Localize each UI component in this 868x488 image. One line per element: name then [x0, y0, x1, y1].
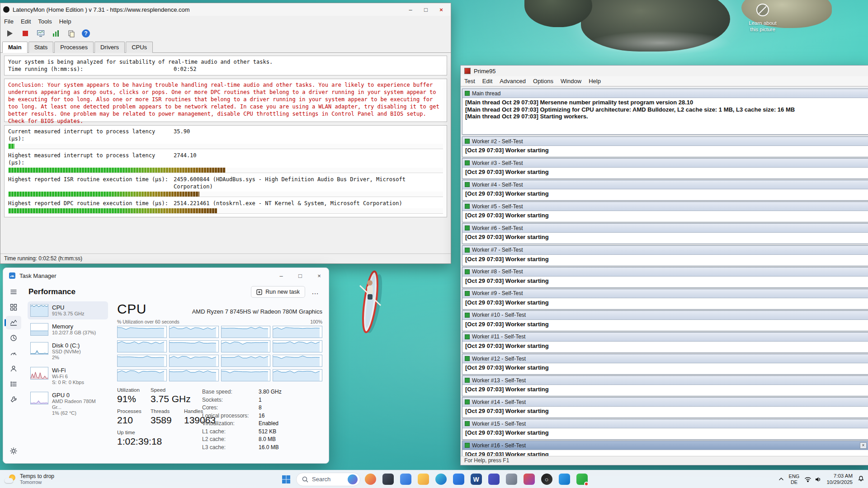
menu-item-tools[interactable]: Tools — [34, 17, 55, 26]
sidebar-item-startup-apps[interactable] — [6, 347, 21, 360]
sidebar-item-services[interactable] — [6, 393, 21, 406]
tab-processes[interactable]: Processes — [54, 42, 94, 53]
mdi-window-worker[interactable]: Worker #5 - Self-Test[Oct 29 07:03] Work… — [462, 202, 868, 222]
sidebar-item-processes[interactable] — [6, 300, 21, 314]
metric-label: Highest measured interrupt to process la… — [8, 152, 174, 166]
latencymon-titlebar[interactable]: LatencyMon (Home Edition ) v 7.31 - http… — [0, 3, 451, 16]
task-manager-titlebar[interactable]: Task Manager – □ × — [3, 268, 329, 283]
log-line: [Oct 29 07:03] Worker starting — [462, 450, 868, 456]
menu-item-advanced[interactable]: Advanced — [496, 77, 529, 85]
mdi-window-worker[interactable]: Worker #10 - Self-Test[Oct 29 07:03] Wor… — [462, 310, 868, 331]
copy-report-icon[interactable] — [66, 28, 76, 38]
prime95-worker-icon — [465, 160, 470, 165]
perf-item-sub: S: 0 R: 0 Kbps — [52, 380, 84, 385]
menu-item-help[interactable]: Help — [56, 17, 75, 26]
help-icon[interactable]: ? — [82, 29, 90, 38]
start-monitor-icon[interactable] — [5, 28, 15, 38]
mdi-window-worker[interactable]: Worker #8 - Self-Test[Oct 29 07:03] Work… — [462, 267, 868, 288]
close-button[interactable]: × — [434, 3, 449, 16]
close-button[interactable]: × — [310, 268, 329, 283]
menu-item-options[interactable]: Options — [529, 77, 557, 85]
perf-list-item-wifi[interactable]: Wi-FiWi-Fi 6S: 0 R: 0 Kbps — [28, 364, 108, 388]
log-line: [Oct 29 07:03] Worker starting — [462, 428, 868, 437]
teams-app-icon[interactable] — [486, 472, 501, 487]
mdi-window-worker[interactable]: Worker #3 - Self-Test[Oct 29 07:03] Work… — [462, 158, 868, 179]
widgets-icon[interactable] — [363, 472, 378, 487]
mdi-window-worker[interactable]: Worker #11 - Self-Test[Oct 29 07:03] Wor… — [462, 332, 868, 353]
mdi-window-main-thread[interactable]: Main thread[Main thread Oct 29 07:03] Me… — [462, 89, 868, 135]
perf-item-name: Memory — [52, 323, 96, 330]
chatgpt-icon[interactable]: ○ — [539, 472, 554, 487]
tab-drivers[interactable]: Drivers — [94, 42, 125, 53]
media-app-icon[interactable] — [521, 472, 537, 487]
tab-cpus[interactable]: CPUs — [126, 42, 153, 53]
mdi-close-icon[interactable]: × — [860, 442, 867, 449]
mdi-window-worker[interactable]: Worker #16 - Self-Test×[Oct 29 07:03] Wo… — [462, 441, 868, 456]
prime95-titlebar[interactable]: Prime95 — [461, 66, 868, 76]
minimize-button[interactable]: – — [272, 268, 291, 283]
search-highlights-icon[interactable] — [348, 474, 358, 484]
edge-browser-icon[interactable] — [433, 472, 448, 487]
start-button[interactable] — [278, 472, 294, 487]
monitor-screen-icon[interactable] — [36, 28, 46, 38]
gray-app-icon[interactable] — [504, 472, 519, 487]
log-line: [Oct 29 07:03] Worker starting — [462, 320, 868, 329]
perf-thumbnail-memory — [30, 323, 48, 336]
language-indicator[interactable]: ENG DE — [789, 474, 800, 485]
mdi-window-worker[interactable]: Worker #2 - Self-Test[Oct 29 07:03] Work… — [462, 136, 868, 157]
file-explorer-icon[interactable] — [415, 472, 431, 487]
clock[interactable]: 7:03 AM 10/29/2025 — [826, 473, 853, 485]
maximize-button[interactable]: □ — [418, 3, 434, 16]
menu-item-window[interactable]: Window — [557, 77, 585, 85]
navigation-menu-icon[interactable] — [6, 285, 21, 299]
word-icon[interactable]: W — [468, 472, 484, 487]
sidebar-item-app-history[interactable] — [6, 331, 21, 345]
menu-item-help[interactable]: Help — [585, 77, 604, 85]
mdi-window-worker[interactable]: Worker #15 - Self-Test[Oct 29 07:03] Wor… — [462, 419, 868, 440]
perf-thumbnail-gpu — [30, 392, 48, 404]
run-new-task-button[interactable]: Run new task — [251, 286, 305, 298]
sidebar-item-users[interactable] — [6, 362, 21, 375]
mdi-window-worker[interactable]: Worker #6 - Self-Test[Oct 29 07:03] Work… — [462, 223, 868, 244]
search-box[interactable]: Search — [296, 473, 360, 486]
mdi-window-worker[interactable]: Worker #4 - Self-Test[Oct 29 07:03] Work… — [462, 180, 868, 201]
notification-bell-icon[interactable] — [858, 475, 864, 483]
mdi-window-worker[interactable]: Worker #7 - Self-Test[Oct 29 07:03] Work… — [462, 245, 868, 266]
hidden-icons-chevron[interactable] — [778, 475, 784, 483]
tab-stats[interactable]: Stats — [28, 42, 54, 53]
stop-monitor-icon[interactable] — [20, 28, 30, 38]
dark-app-icon[interactable] — [380, 472, 396, 487]
perf-list-item-memory[interactable]: Memory10.2/27.8 GB (37%) — [28, 320, 108, 338]
mdi-window-worker[interactable]: Worker #13 - Self-Test[Oct 29 07:03] Wor… — [462, 375, 868, 396]
mdi-window-worker[interactable]: Worker #9 - Self-Test[Oct 29 07:03] Work… — [462, 289, 868, 310]
tab-main[interactable]: Main — [2, 42, 28, 53]
store-app-icon[interactable] — [451, 472, 466, 487]
search-icon — [302, 476, 308, 483]
settings-gear-icon[interactable] — [6, 444, 21, 458]
mdi-window-worker[interactable]: Worker #14 - Self-Test[Oct 29 07:03] Wor… — [462, 397, 868, 418]
learn-about-picture[interactable]: Learn about this picture — [729, 3, 797, 33]
tray-status-icons[interactable] — [804, 476, 821, 483]
sidebar-item-performance[interactable] — [6, 316, 21, 329]
cpu-stats: Utilization 91% Speed 3.75 GHz — [117, 387, 202, 451]
task-manager-sidebar — [3, 283, 24, 463]
more-options-button[interactable]: … — [308, 287, 322, 297]
mdi-window-worker[interactable]: Worker #12 - Self-Test[Oct 29 07:03] Wor… — [462, 354, 868, 375]
green-app-icon[interactable] — [574, 472, 590, 487]
blue-app-icon[interactable] — [398, 472, 413, 487]
perf-list-item-gpu[interactable]: GPU 0AMD Radeon 780M Gr...1% (62 °C) — [28, 389, 108, 419]
perf-list-item-cpu[interactable]: CPU91% 3.75 GHz — [28, 301, 108, 319]
sidebar-item-details[interactable] — [6, 377, 21, 391]
menu-item-edit[interactable]: Edit — [17, 17, 34, 26]
menu-item-edit[interactable]: Edit — [479, 77, 496, 85]
perf-list-item-disk[interactable]: Disk 0 (C:)SSD (NVMe)2% — [28, 339, 108, 363]
menu-item-file[interactable]: File — [0, 17, 17, 26]
latency-bar-fill — [8, 168, 226, 173]
minimize-button[interactable]: – — [403, 3, 418, 16]
code-app-icon[interactable] — [557, 472, 572, 487]
weather-widget[interactable]: Temps to drop Tomorrow — [5, 473, 54, 485]
maximize-button[interactable]: □ — [291, 268, 310, 283]
learn-about-picture-icon[interactable] — [755, 3, 770, 17]
stats-chart-icon[interactable] — [51, 28, 61, 38]
menu-item-test[interactable]: Test — [461, 77, 479, 85]
